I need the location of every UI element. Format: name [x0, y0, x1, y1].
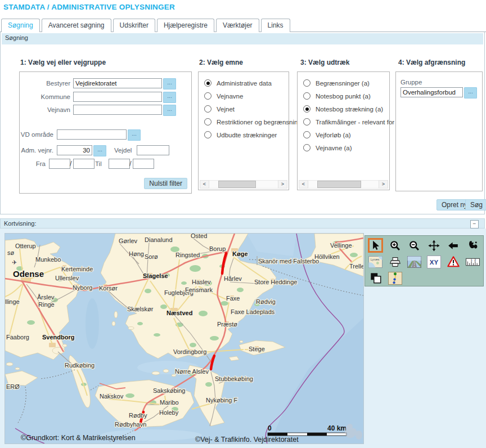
map-city-label: Slagelse — [143, 272, 168, 279]
radio-option-label: Vejforløb (a) — [316, 132, 351, 138]
toolbar-button-zoom-in[interactable] — [388, 238, 403, 253]
search-button[interactable]: Søg — [465, 199, 486, 210]
panel3-title: 3: Vælg udtræk — [300, 59, 349, 66]
vejdel-input[interactable] — [137, 145, 169, 155]
vejnavn-input[interactable] — [73, 105, 162, 115]
radio-selected-icon[interactable] — [204, 79, 212, 87]
overview-map-icon: Lynæs — [368, 256, 382, 268]
toolbar-button-measure[interactable]: 12 — [465, 254, 480, 269]
tab-s-gning[interactable]: Søgning — [1, 19, 40, 33]
map-city-label: Rødbyhavn — [115, 421, 146, 428]
vejdel-label: Vejdel — [114, 147, 134, 154]
tab-links[interactable]: Links — [261, 19, 290, 32]
vejnavn-browse-button[interactable]: ... — [163, 105, 176, 116]
toolbar-button-previous-extent[interactable] — [446, 238, 461, 253]
bestyrer-browse-button[interactable]: ... — [163, 78, 176, 89]
map-region: ✈ søOtterupMunkeboKertemindeOdenseUllers… — [0, 229, 486, 448]
map-city-label: Fensmark — [185, 286, 213, 293]
radio-icon[interactable] — [303, 144, 310, 151]
radio-option[interactable]: Restriktioner og begrænsning — [204, 115, 302, 128]
adm-vejnr-browse-button[interactable]: ... — [93, 145, 106, 156]
radio-icon[interactable] — [204, 118, 212, 126]
kommune-browse-button[interactable]: ... — [163, 92, 176, 103]
gruppe-input[interactable] — [400, 87, 463, 97]
radio-option-label: Restriktioner og begrænsning — [217, 119, 302, 126]
reset-filter-button[interactable]: Nulstil filter — [144, 178, 187, 189]
fra-input-1[interactable] — [49, 159, 70, 169]
panel3-hscrollbar[interactable]: < > — [299, 180, 388, 189]
toolbar-button-select[interactable] — [368, 238, 383, 253]
toolbar-button-pan[interactable] — [426, 238, 442, 253]
radio-selected-icon[interactable] — [303, 105, 310, 113]
collapse-map-section-button[interactable]: − — [470, 220, 479, 229]
radio-option-label: Notesbog strækning (a) — [316, 106, 383, 113]
radio-option[interactable]: Begrænsninger (a) — [303, 77, 399, 89]
map-canvas[interactable]: ✈ søOtterupMunkeboKertemindeOdenseUllers… — [4, 233, 364, 444]
radio-option[interactable]: Vejnavne (a) — [303, 141, 399, 154]
toolbar-button-xy-coordinates[interactable]: XY — [426, 254, 442, 269]
map-city-label: Næstved — [166, 310, 192, 316]
toolbar-button-road-photo[interactable] — [407, 254, 422, 269]
scale-zero-label: 0 — [268, 424, 272, 432]
toolbar-button-zoom-out[interactable] — [407, 238, 422, 253]
til-input-1[interactable] — [109, 159, 130, 169]
radio-icon[interactable] — [303, 79, 310, 87]
radio-option[interactable]: Trafikmålinger - relevant for k — [303, 115, 399, 128]
map-city-label: Sorø — [145, 253, 158, 260]
bestyrer-input[interactable] — [73, 78, 162, 88]
radio-option[interactable]: Notesbog strækning (a) — [303, 102, 399, 115]
print-icon — [389, 256, 401, 268]
radio-icon[interactable] — [303, 118, 310, 126]
tab-hj-lperegistre[interactable]: Hjælperegistre — [157, 19, 214, 32]
toolbar-button-print[interactable] — [388, 254, 403, 269]
radio-option[interactable]: Vejnet — [204, 102, 302, 115]
radio-icon[interactable] — [204, 105, 212, 113]
radio-option-label: Trafikmålinger - relevant for k — [316, 119, 399, 126]
radio-icon[interactable] — [204, 131, 212, 138]
tab-udskrifter[interactable]: Udskrifter — [113, 19, 155, 32]
scroll-left-icon[interactable]: < — [200, 180, 209, 189]
radio-option[interactable]: Notesbog punkt (a) — [303, 89, 399, 102]
vd-omrade-browse-button[interactable]: ... — [128, 129, 141, 141]
map-city-label: Faxe Ladeplads — [231, 308, 275, 315]
map-city-label: Årslev — [37, 294, 55, 301]
fra-input-2[interactable] — [73, 159, 94, 169]
tab-avanceret-s-gning[interactable]: Avanceret søgning — [42, 19, 111, 32]
radio-option-label: Udbudte strækninger — [217, 132, 277, 138]
radio-option[interactable]: Udbudte strækninger — [204, 128, 302, 141]
tab-v-rkt-jer[interactable]: Værktøjer — [216, 19, 259, 32]
panel2-hscrollbar[interactable]: < > — [200, 180, 287, 189]
til-label: Til — [95, 160, 106, 167]
map-city-label: Stubbekøbing — [215, 375, 253, 382]
radio-option-label: Vejnavne — [217, 93, 243, 100]
gruppe-browse-button[interactable]: ... — [464, 87, 477, 98]
map-city-label: Hårlev — [224, 275, 242, 282]
toolbar-button-warning[interactable] — [446, 254, 461, 269]
radio-option[interactable]: Vejnavne — [204, 89, 302, 102]
scroll-left-icon[interactable]: < — [299, 180, 308, 189]
scroll-right-icon[interactable]: > — [379, 180, 388, 189]
map-toolbar: LynæsXY12 — [364, 235, 484, 286]
radio-icon[interactable] — [204, 92, 212, 100]
kommune-input[interactable] — [73, 92, 162, 102]
scroll-right-icon[interactable]: > — [278, 180, 287, 189]
svg-text:Lynæs: Lynæs — [371, 257, 380, 261]
til-input-2[interactable] — [133, 159, 154, 169]
toolbar-button-overview-map[interactable]: Lynæs — [368, 254, 383, 269]
radio-icon[interactable] — [303, 131, 310, 138]
til-separator: / — [129, 159, 132, 168]
select-icon — [370, 240, 381, 252]
radio-option[interactable]: Vejforløb (a) — [303, 128, 399, 141]
map-city-label: llinge — [5, 298, 20, 305]
map-city-label: Rødby — [129, 412, 147, 419]
toolbar-button-full-extent-denmark[interactable] — [465, 238, 480, 253]
map-city-label: Faaborg — [6, 334, 29, 341]
map-city-label: Munkebo — [35, 256, 61, 263]
toolbar-button-layers[interactable] — [368, 271, 383, 285]
map-city-label: Faxe — [226, 295, 240, 302]
toolbar-button-notes-map[interactable] — [388, 271, 403, 285]
radio-option[interactable]: Administrative data — [204, 77, 302, 89]
radio-icon[interactable] — [303, 92, 310, 100]
vd-omrade-input[interactable] — [57, 129, 127, 140]
adm-vejnr-input[interactable] — [57, 145, 92, 155]
